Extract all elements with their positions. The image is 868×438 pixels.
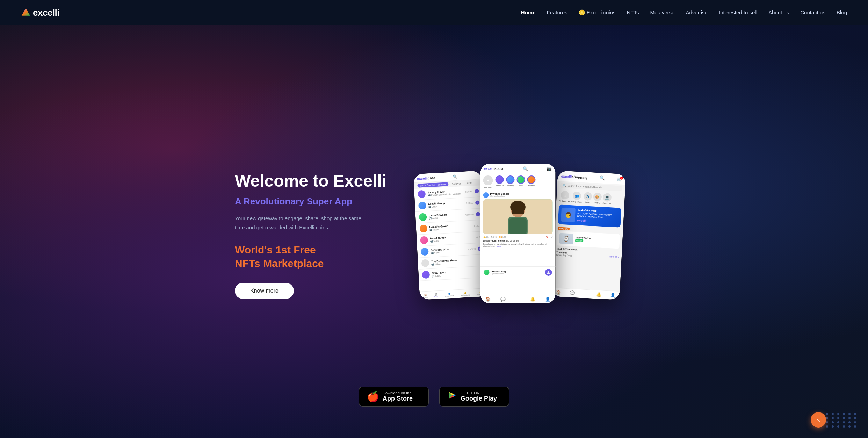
shop-search-icon[interactable]: 🔍 [600, 175, 605, 181]
nav-link-features[interactable]: Features [547, 9, 567, 15]
nav-item-home[interactable]: Home [521, 9, 536, 16]
story-item[interactable]: Krishnap [527, 175, 536, 188]
post-avatar [483, 192, 489, 198]
chat-time: 3:17 PM [465, 190, 473, 193]
story-item[interactable]: Babita [517, 175, 525, 188]
shop-nav-profile[interactable]: 👤 [610, 293, 615, 298]
chat-tab-filter[interactable]: Filter [465, 181, 475, 185]
bottom-nav-notif[interactable]: 🔔 Notifications [460, 291, 470, 296]
chat-info: The Economic Times 📹 Video [431, 257, 483, 266]
nav-link-interested[interactable]: Interested to sell [719, 9, 757, 15]
phone-shopping: excellishopping 🔍 🛒2 🔍 ☰ All [551, 171, 626, 300]
nav-link-contact[interactable]: Contact us [800, 9, 825, 15]
logo[interactable]: excelli [21, 7, 59, 18]
nav-link-blog[interactable]: Blog [837, 9, 847, 15]
post-caption: Introducing a new vintage camera which w… [483, 243, 553, 247]
chat-search-icon: 🔍 [453, 174, 457, 179]
shop-nav-chat[interactable]: 💬 [570, 290, 575, 296]
apple-store-name: App Store [383, 395, 413, 402]
navbar: excelli Home Features 🪙 Excelli coins NF… [0, 0, 868, 25]
all-categories-icon: ☰ [560, 191, 569, 199]
best-picks-badge: Best picks [558, 227, 570, 230]
nav-item-features[interactable]: Features [547, 9, 567, 16]
shop-logo: excellishopping [561, 174, 587, 179]
dotw-discount: 60% off [575, 239, 583, 242]
bottom-username: Rohtas Singh [492, 270, 507, 273]
dot [843, 413, 845, 415]
google-play-badge[interactable]: GET IT ON Google Play [439, 387, 509, 407]
scroll-to-top-button[interactable]: ↑ [811, 412, 826, 428]
google-store-name: Google Play [461, 395, 497, 402]
bookmark-icon[interactable]: 🔖 [546, 236, 548, 238]
story-avatar [506, 175, 515, 184]
story-name: Jahnvi Kaur [495, 185, 504, 187]
chat-tab-archived[interactable]: Archived [450, 181, 464, 186]
category-group[interactable]: 👥 Group Shops [571, 191, 582, 203]
nav-item-nfts[interactable]: NFTs [627, 9, 639, 16]
app-download-section: 🍎 Download on the App Store GET IT [0, 373, 868, 428]
shop-nav-home[interactable]: 🏠 [556, 290, 561, 295]
shop-nav-notif[interactable]: 🔔 [596, 292, 602, 297]
nav-link-about[interactable]: About us [768, 9, 789, 15]
bottom-nav-account[interactable]: 👤 My Account [444, 292, 454, 297]
nav-link-advertise[interactable]: Advertise [686, 9, 708, 15]
nav-link-metaverse[interactable]: Metaverse [650, 9, 674, 15]
logo-icon [21, 8, 31, 17]
story-item[interactable]: Jahnvi Kaur [495, 175, 504, 188]
category-hobbies[interactable]: 🎨 Hobbies [593, 192, 602, 204]
apple-small-text: Download on the [383, 391, 413, 395]
nav-item-metaverse[interactable]: Metaverse [650, 9, 674, 16]
nav-item-about[interactable]: About us [768, 9, 789, 16]
avatar [418, 201, 426, 209]
chat-tab-requests[interactable]: Social Contact Requests [417, 182, 448, 188]
story-item[interactable]: Sandeep [506, 175, 515, 188]
category-row: ☰ All Categories 👥 Group Shops ✈️ Travel [556, 189, 625, 207]
chat-info: Nora Fatehi 🎵 Audio [432, 268, 483, 277]
dot [837, 413, 839, 415]
view-all-link[interactable]: View all › [609, 255, 619, 258]
story-name: Babita [519, 185, 523, 187]
google-play-icon [447, 390, 457, 403]
nav-item-contact[interactable]: Contact us [800, 9, 825, 16]
story-add[interactable]: + Add story [483, 175, 493, 188]
nav-home-icon[interactable]: 🏠 [485, 297, 491, 302]
bottom-nav-home[interactable]: 🏠 Home [423, 293, 428, 298]
add-story-icon: + [483, 175, 493, 185]
nav-item-interested[interactable]: Interested to sell [719, 9, 757, 16]
nav-shop-icon[interactable]: 🛍 [516, 297, 520, 302]
unread-badge: 1 [475, 189, 479, 193]
apple-store-badge[interactable]: 🍎 Download on the App Store [359, 387, 429, 407]
social-screen: excellisocial 🔍 📷 + Add story Jahnvi Kau… [480, 164, 556, 303]
hero-section: Welcome to Excelli A Revolutionary Super… [0, 25, 868, 438]
nav-item-coins[interactable]: 🪙 Excelli coins [579, 9, 616, 16]
post-more-icon[interactable]: ⋮ [549, 193, 553, 197]
category-travel[interactable]: ✈️ Travel [583, 192, 592, 203]
category-all[interactable]: ☰ All Categories [559, 191, 571, 202]
avatar [421, 259, 429, 267]
dotw-product[interactable]: ⌚ SMART WATCH 60% off [557, 231, 620, 249]
dot [826, 417, 828, 419]
nav-notif-icon[interactable]: 🔔 [530, 297, 535, 302]
dot [848, 425, 851, 428]
category-label: Group Shops [571, 200, 582, 203]
shop-header: excellishopping 🔍 🛒2 [557, 171, 626, 185]
nav-link-home[interactable]: Home [521, 9, 536, 17]
nav-item-advertise[interactable]: Advertise [686, 9, 708, 16]
excelli-icon [545, 269, 552, 276]
shop-nav-shop[interactable]: 🛍 [583, 291, 588, 296]
search-input[interactable] [567, 184, 620, 189]
bottom-nav-chat[interactable]: 💬 Chat [434, 293, 438, 298]
nav-link-nfts[interactable]: NFTs [627, 9, 639, 15]
nav-chat-icon[interactable]: 💬 [500, 297, 506, 302]
post-image-svg [483, 199, 553, 234]
nav-item-blog[interactable]: Blog [837, 9, 847, 16]
know-more-button[interactable]: Know more [235, 283, 294, 299]
nav-link-coins[interactable]: 🪙 Excelli coins [579, 9, 616, 15]
group-shops-icon: 👥 [572, 191, 581, 200]
shop-cart-icon[interactable]: 🛒2 [617, 177, 622, 182]
category-electronics[interactable]: 💻 Electronics [602, 193, 612, 204]
nav-profile-icon[interactable]: 👤 [545, 297, 550, 302]
share-icon[interactable]: ↗ [551, 236, 553, 238]
like-count: 👍 71 [483, 236, 489, 238]
category-label: Hobbies [594, 201, 600, 204]
